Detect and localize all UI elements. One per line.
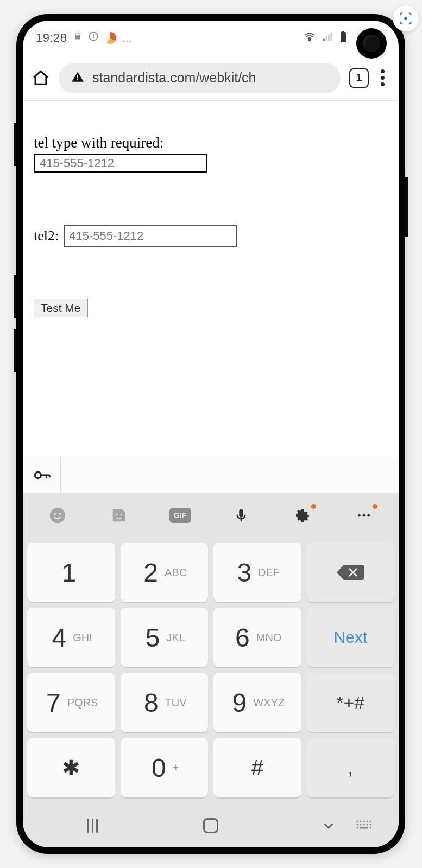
key-2[interactable]: 2ABC <box>121 542 209 602</box>
svg-rect-1 <box>75 36 80 40</box>
home-icon[interactable] <box>32 69 50 87</box>
url-bar[interactable]: standardista.com/webkit/ch <box>59 63 341 93</box>
nav-back[interactable] <box>312 818 345 834</box>
svg-point-42 <box>370 827 371 829</box>
svg-point-35 <box>357 824 358 826</box>
page-content[interactable]: tel type with required: tel2: Test Me <box>23 101 399 457</box>
test-me-button[interactable]: Test Me <box>34 299 88 317</box>
svg-rect-7 <box>325 36 327 41</box>
status-bar: 19:28 … <box>23 21 399 55</box>
key-7[interactable]: 7PQRS <box>27 673 115 732</box>
key-star[interactable]: ✱ <box>27 738 115 797</box>
mic-icon[interactable] <box>229 503 254 528</box>
svg-point-32 <box>363 821 365 822</box>
svg-rect-11 <box>342 31 344 32</box>
phone-screen: 19:28 … <box>23 21 399 847</box>
nav-recents[interactable] <box>77 819 109 833</box>
svg-point-25 <box>357 514 360 517</box>
svg-point-19 <box>54 513 56 515</box>
key-8[interactable]: 8TUV <box>121 673 209 732</box>
more-notifications-icon: … <box>122 32 134 44</box>
key-next[interactable]: Next <box>307 608 395 667</box>
svg-rect-23 <box>240 509 244 518</box>
android-icon <box>73 31 83 45</box>
clock: 19:28 <box>36 31 67 45</box>
svg-point-40 <box>357 827 358 829</box>
svg-rect-12 <box>77 75 78 78</box>
svg-point-20 <box>59 513 61 515</box>
browser-toolbar: standardista.com/webkit/ch 1 <box>23 55 399 101</box>
tel1-input[interactable] <box>34 154 207 173</box>
backspace-icon <box>335 561 366 583</box>
svg-rect-9 <box>331 33 332 41</box>
signal-icon <box>322 31 333 45</box>
key-symbols[interactable]: *+# <box>307 673 395 732</box>
svg-point-18 <box>50 508 65 523</box>
key-1[interactable]: 1 <box>27 542 115 602</box>
wifi-icon <box>303 30 316 46</box>
svg-point-4 <box>93 34 94 35</box>
tab-switcher[interactable]: 1 <box>349 68 369 88</box>
svg-rect-41 <box>360 827 368 829</box>
browser-menu-icon[interactable] <box>377 67 388 88</box>
system-nav-bar <box>23 804 399 847</box>
svg-point-38 <box>367 824 368 826</box>
keyboard-toolbar: GIF <box>23 493 399 538</box>
phone-frame: 19:28 … <box>16 14 405 854</box>
svg-point-0 <box>404 17 407 20</box>
gif-icon[interactable]: GIF <box>168 503 193 528</box>
key-backspace[interactable] <box>307 542 395 602</box>
svg-point-33 <box>367 821 368 822</box>
url-text: standardista.com/webkit/ch <box>92 70 329 86</box>
key-6[interactable]: 6MNO <box>213 608 301 667</box>
swirl-app-icon <box>104 32 116 44</box>
gear-icon[interactable] <box>290 503 315 528</box>
keyboard-suggestion-bar <box>23 457 399 493</box>
key-hash[interactable]: # <box>213 738 301 797</box>
numeric-keypad: 1 2ABC 3DEF 4GHI 5JKL 6MNO Next 7PQRS 8T… <box>23 538 399 804</box>
tel2-label: tel2: <box>34 228 59 244</box>
insecure-warning-icon <box>71 70 85 86</box>
password-key-icon[interactable] <box>23 457 61 493</box>
key-0[interactable]: 0+ <box>121 738 209 797</box>
key-5[interactable]: 5JKL <box>121 608 209 667</box>
svg-point-14 <box>35 472 41 478</box>
key-4[interactable]: 4GHI <box>27 608 115 667</box>
toolbar-more-icon[interactable] <box>351 503 376 528</box>
emoji-icon[interactable] <box>45 503 70 528</box>
svg-point-34 <box>370 821 371 822</box>
keyboard-switch-icon[interactable] <box>348 820 380 832</box>
key-comma[interactable]: , <box>307 738 395 797</box>
tel1-label: tel type with required: <box>34 135 388 151</box>
svg-rect-10 <box>341 32 346 42</box>
tel2-input[interactable] <box>64 225 237 247</box>
svg-point-30 <box>357 821 358 822</box>
svg-point-36 <box>360 824 362 826</box>
svg-point-21 <box>116 514 117 515</box>
svg-point-37 <box>363 824 365 826</box>
svg-point-39 <box>370 824 371 826</box>
svg-rect-13 <box>77 79 78 80</box>
info-icon <box>88 31 99 45</box>
svg-point-5 <box>309 40 311 41</box>
svg-rect-6 <box>323 39 325 41</box>
svg-point-31 <box>360 821 362 822</box>
svg-point-27 <box>367 514 370 517</box>
sticker-icon[interactable] <box>106 503 131 528</box>
lens-capture-button[interactable] <box>393 5 419 31</box>
camera-punch-hole <box>356 28 387 59</box>
svg-point-26 <box>362 514 365 517</box>
svg-point-22 <box>121 514 122 515</box>
key-3[interactable]: 3DEF <box>213 542 301 602</box>
key-9[interactable]: 9WXYZ <box>213 673 301 732</box>
svg-rect-8 <box>328 34 330 41</box>
battery-icon <box>339 30 348 46</box>
nav-home[interactable] <box>194 818 227 833</box>
